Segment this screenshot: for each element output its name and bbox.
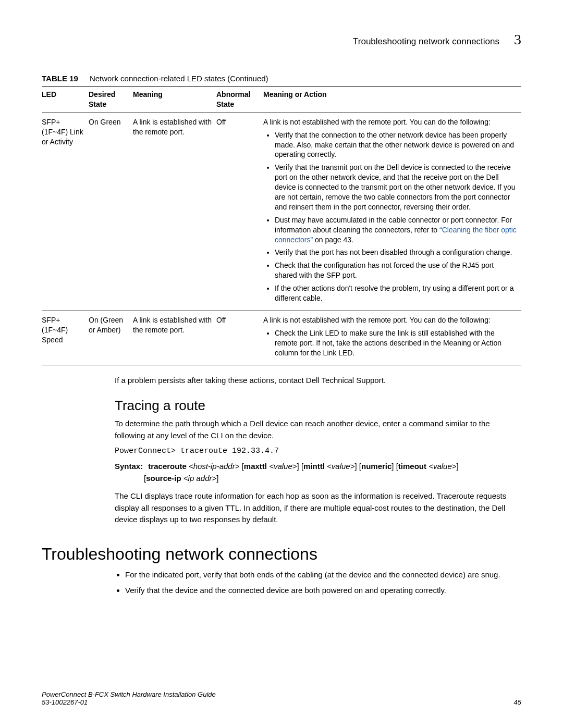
cell-meaning: A link is established with the remote po… <box>133 311 216 365</box>
footer-doc-title: PowerConnect B-FCX Switch Hardware Insta… <box>42 690 216 698</box>
th-meaning: Meaning <box>133 87 216 113</box>
cell-desired: On (Green or Amber) <box>89 311 133 365</box>
troubleshooting-heading: Troubleshooting network connections <box>42 545 521 564</box>
action-bullet: Verify that the port has not been disabl… <box>275 248 517 257</box>
after-table-note: If a problem persists after taking these… <box>115 375 521 386</box>
table-caption-text: Network connection-related LED states (C… <box>90 74 268 83</box>
tracing-intro: To determine the path through which a De… <box>115 418 521 441</box>
cell-led: SFP+ (1F~4F) Speed <box>42 311 89 365</box>
table-row: SFP+ (1F~4F) Speed On (Green or Amber) A… <box>42 311 521 365</box>
th-led: LED <box>42 87 89 113</box>
footer-doc-id: 53-1002267-01 <box>42 698 216 706</box>
table-caption: TABLE 19 Network connection-related LED … <box>42 74 521 83</box>
tracing-route-heading: Tracing a route <box>115 398 521 414</box>
action-bullet: Verify that the connection to the other … <box>275 130 517 160</box>
running-header-title: Troubleshooting network connections <box>353 36 499 47</box>
troubleshoot-bullets: For the indicated port, verify that both… <box>115 569 521 597</box>
action-intro: A link is not established with the remot… <box>263 316 491 324</box>
running-header: Troubleshooting network connections 3 <box>42 31 521 48</box>
chapter-number: 3 <box>514 31 521 48</box>
action-bullet: Verify that the transmit port on the Del… <box>275 163 517 212</box>
table-header-row: LED Desired State Meaning Abnormal State… <box>42 87 521 113</box>
cell-action: A link is not established with the remot… <box>263 311 521 365</box>
syntax-line: Syntax: traceroute <host-ip-addr> [maxtt… <box>115 461 521 484</box>
table-row: SFP+ (1F~4F) Link or Activity On Green A… <box>42 113 521 311</box>
list-item: For the indicated port, verify that both… <box>125 569 521 581</box>
traceroute-example: PowerConnect> traceroute 192.33.4.7 <box>115 447 521 455</box>
action-bullet: Check that the configuration has not for… <box>275 261 517 280</box>
cell-abnormal: Off <box>216 113 263 311</box>
cell-action: A link is not established with the remot… <box>263 113 521 311</box>
page-footer: PowerConnect B-FCX Switch Hardware Insta… <box>42 690 521 706</box>
cell-meaning: A link is established with the remote po… <box>133 113 216 311</box>
action-bullet: Check the Link LED to make sure the link… <box>275 328 517 358</box>
action-intro: A link is not established with the remot… <box>263 118 491 126</box>
th-desired: Desired State <box>89 87 133 113</box>
action-bullet: If the other actions don't resolve the p… <box>275 283 517 303</box>
table-label: TABLE 19 <box>42 74 78 83</box>
th-abnormal: Abnormal State <box>216 87 263 113</box>
th-action: Meaning or Action <box>263 87 521 113</box>
cell-abnormal: Off <box>216 311 263 365</box>
led-states-table: LED Desired State Meaning Abnormal State… <box>42 86 521 365</box>
cell-led: SFP+ (1F~4F) Link or Activity <box>42 113 89 311</box>
list-item: Verify that the device and the connected… <box>125 585 521 597</box>
page-number: 45 <box>514 698 521 706</box>
cell-desired: On Green <box>89 113 133 311</box>
action-bullet: Dust may have accumulated in the cable c… <box>275 215 517 245</box>
tracing-after: The CLI displays trace route information… <box>115 490 521 526</box>
